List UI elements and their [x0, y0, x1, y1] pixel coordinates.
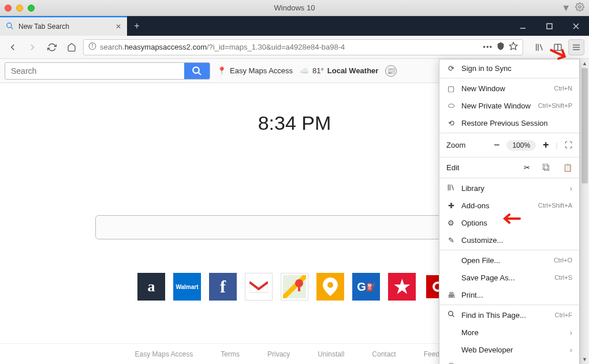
tab-strip: New Tab Search ✕ + — [0, 16, 589, 36]
inner-close[interactable] — [562, 16, 589, 36]
separator — [439, 78, 579, 78]
separator — [439, 250, 579, 250]
menu-help[interactable]: ⓘ Help › — [439, 358, 579, 364]
footer-link-terms[interactable]: Terms — [221, 350, 240, 358]
search-button[interactable] — [184, 63, 210, 79]
footer-link-privacy[interactable]: Privacy — [267, 350, 290, 358]
menu-print[interactable]: 🖶 Print... — [439, 286, 579, 303]
menu-more[interactable]: More › — [439, 324, 579, 341]
shield-icon[interactable] — [496, 42, 505, 52]
svg-line-13 — [540, 44, 542, 50]
news-icon: 📰 — [385, 65, 397, 77]
search-box — [5, 62, 210, 80]
shortcut-macys[interactable]: ★ — [388, 273, 416, 301]
bookmark-icon[interactable] — [509, 42, 518, 52]
restore-icon: ⟲ — [446, 119, 456, 127]
paste-button[interactable]: 📋 — [563, 163, 572, 172]
chevron-right-icon: › — [570, 328, 572, 337]
inner-maximize[interactable] — [536, 16, 562, 36]
separator — [439, 178, 579, 178]
shortcut-google-maps[interactable] — [281, 273, 308, 301]
home-button[interactable] — [64, 39, 80, 55]
new-tab-button[interactable]: + — [127, 16, 147, 36]
fullscreen-button[interactable]: ⛶ — [565, 141, 572, 149]
window-icon: ▢ — [446, 84, 456, 93]
help-icon: ⓘ — [446, 362, 456, 364]
cut-button[interactable]: ✂ — [524, 163, 530, 172]
menu-open-file[interactable]: Open File... Ctrl+O — [439, 252, 579, 269]
svg-point-23 — [327, 282, 333, 288]
puzzle-icon: ✚ — [446, 201, 456, 210]
annotation-arrow-icon — [501, 211, 521, 224]
tab-close-button[interactable]: ✕ — [115, 22, 121, 31]
svg-point-19 — [193, 67, 199, 73]
menu-zoom-row: Zoom − 100% + | ⛶ — [439, 134, 579, 156]
inner-minimize[interactable] — [509, 16, 536, 36]
shortcut-amazon[interactable]: a — [137, 273, 165, 301]
menu-library[interactable]: Library › — [439, 179, 579, 197]
maximize-window[interactable] — [28, 5, 35, 12]
svg-line-28 — [452, 315, 454, 317]
scroll-down-icon[interactable]: ▼ — [580, 355, 589, 364]
shortcut-local[interactable] — [316, 273, 344, 301]
forward-button[interactable] — [24, 39, 40, 55]
map-marker-icon: 📍 — [217, 66, 226, 75]
shortcut-facebook[interactable]: f — [209, 273, 237, 301]
menu-new-window[interactable]: ▢ New Window Ctrl+N — [439, 80, 579, 97]
shortcut-gmail[interactable] — [245, 273, 273, 301]
minimize-window[interactable] — [16, 5, 23, 12]
url-bar[interactable]: search.heasymapsaccess2.com/?i_id=maps_1… — [83, 39, 523, 55]
brush-icon: ✎ — [446, 236, 456, 245]
svg-line-2 — [11, 27, 13, 29]
footer-link-contact[interactable]: Contact — [372, 350, 396, 358]
svg-point-1 — [7, 22, 12, 27]
svg-point-9 — [92, 44, 92, 45]
library-button[interactable] — [531, 39, 547, 55]
zoom-level[interactable]: 100% — [506, 140, 536, 151]
menu-web-developer[interactable]: Web Developer › — [439, 341, 579, 358]
mask-icon: ⬭ — [446, 101, 456, 110]
close-window[interactable] — [5, 5, 12, 12]
dropdown-icon[interactable]: ▼ — [561, 3, 571, 13]
titlebar: Windows 10 ▼ — [0, 0, 589, 16]
copy-button[interactable]: ⿻ — [543, 163, 550, 172]
menu-save-as[interactable]: Save Page As... Ctrl+S — [439, 269, 579, 286]
tab-active[interactable]: New Tab Search ✕ — [0, 16, 127, 36]
separator — [439, 305, 579, 305]
traffic-lights — [5, 5, 35, 12]
shortcut-walmart[interactable]: Walmart — [173, 273, 201, 301]
scroll-thumb[interactable] — [581, 68, 588, 183]
tab-title: New Tab Search — [18, 22, 69, 31]
page-actions-icon[interactable]: ••• — [483, 43, 493, 51]
menu-private-window[interactable]: ⬭ New Private Window Ctrl+Shift+P — [439, 97, 579, 114]
separator — [439, 157, 579, 157]
main-search-input[interactable] — [95, 215, 494, 239]
footer-link-brand[interactable]: Easy Maps Access — [135, 350, 193, 358]
scroll-up-icon[interactable]: ▲ — [580, 59, 589, 68]
svg-line-20 — [198, 72, 201, 75]
url-text: search.heasymapsaccess2.com/?i_id=maps_1… — [100, 43, 479, 51]
menu-button[interactable] — [568, 39, 584, 55]
svg-point-0 — [579, 6, 581, 8]
inner-window-controls — [509, 16, 589, 36]
reload-button[interactable] — [44, 39, 60, 55]
menu-restore-session[interactable]: ⟲ Restore Previous Session — [439, 114, 579, 132]
titlebar-right: ▼ — [561, 2, 584, 14]
zoom-out-button[interactable]: − — [494, 139, 500, 151]
news-widget[interactable]: 📰 — [385, 65, 397, 77]
menu-find[interactable]: Find in This Page... Ctrl+F — [439, 306, 579, 324]
menu-customize[interactable]: ✎ Customize... — [439, 231, 579, 249]
shortcut-gasbuddy[interactable]: G⛽ — [352, 273, 380, 301]
zoom-in-button[interactable]: + — [543, 139, 549, 151]
weather-widget[interactable]: ☁️ 81° Local Weather — [300, 66, 378, 75]
sync-icon: ⟳ — [446, 64, 456, 73]
gear-icon[interactable] — [575, 2, 584, 14]
info-icon[interactable] — [88, 42, 96, 52]
chevron-right-icon: › — [570, 184, 572, 193]
footer-link-uninstall[interactable]: Uninstall — [318, 350, 344, 358]
search-input[interactable] — [5, 63, 184, 79]
scrollbar[interactable]: ▲ ▼ — [580, 59, 589, 364]
svg-marker-10 — [509, 42, 517, 50]
back-button[interactable] — [5, 39, 21, 55]
maps-access-link[interactable]: 📍 Easy Maps Access — [217, 66, 293, 75]
